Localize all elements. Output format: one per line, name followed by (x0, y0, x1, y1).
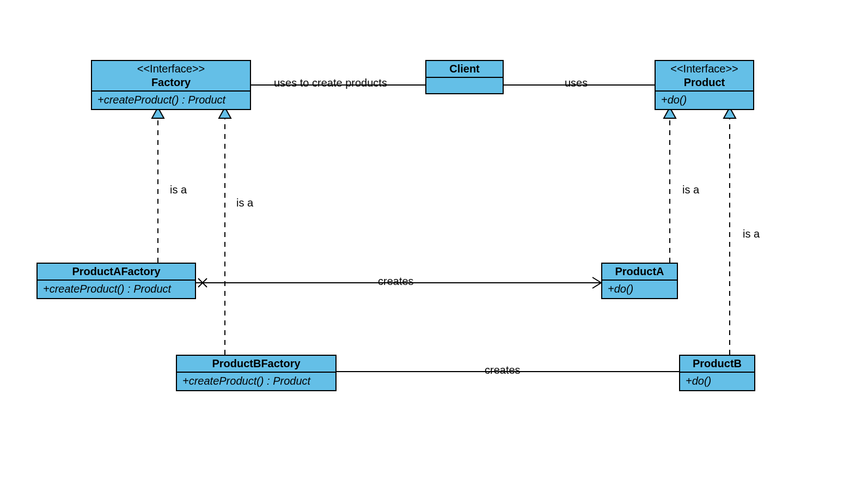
class-productb-factory: ProductBFactory +createProduct() : Produ… (176, 355, 337, 391)
class-client-title: Client (426, 61, 503, 78)
class-producta-methods: +do() (602, 281, 677, 298)
class-producta-factory-methods: +createProduct() : Product (38, 281, 195, 298)
label-uses-to-create: uses to create products (274, 77, 387, 89)
class-factory: <<Interface>> Factory +createProduct() :… (91, 60, 251, 110)
class-productb-factory-methods: +createProduct() : Product (177, 373, 335, 390)
class-factory-methods: +createProduct() : Product (92, 92, 250, 109)
open-arrowhead-icon (592, 277, 601, 288)
class-producta-title: ProductA (602, 264, 677, 281)
class-productb-factory-title: ProductBFactory (177, 356, 335, 373)
stereotype-label: <<Interface>> (137, 63, 205, 75)
cross-mark-icon (198, 278, 207, 287)
cross-mark-icon (198, 278, 207, 287)
label-isa-product-b: is a (743, 228, 760, 240)
label-isa-factory-b: is a (236, 197, 253, 209)
class-name: Product (684, 76, 725, 88)
class-product-title: <<Interface>> Product (656, 61, 753, 92)
class-producta-factory: ProductAFactory +createProduct() : Produ… (36, 263, 196, 299)
label-creates-b: creates (485, 364, 521, 376)
label-uses: uses (565, 77, 588, 89)
class-productb-methods: +do() (680, 373, 754, 390)
class-name: Factory (151, 76, 191, 88)
label-creates-a: creates (378, 275, 414, 288)
class-productb-title: ProductB (680, 356, 754, 373)
label-isa-factory-a: is a (170, 184, 187, 196)
class-product: <<Interface>> Product +do() (655, 60, 754, 110)
class-client: Client (425, 60, 504, 94)
class-product-methods: +do() (656, 92, 753, 109)
class-client-body (426, 78, 503, 93)
class-factory-title: <<Interface>> Factory (92, 61, 250, 92)
class-producta-factory-title: ProductAFactory (38, 264, 195, 281)
class-productb: ProductB +do() (679, 355, 755, 391)
class-producta: ProductA +do() (601, 263, 678, 299)
label-isa-product-a: is a (682, 184, 699, 196)
stereotype-label: <<Interface>> (670, 63, 738, 75)
